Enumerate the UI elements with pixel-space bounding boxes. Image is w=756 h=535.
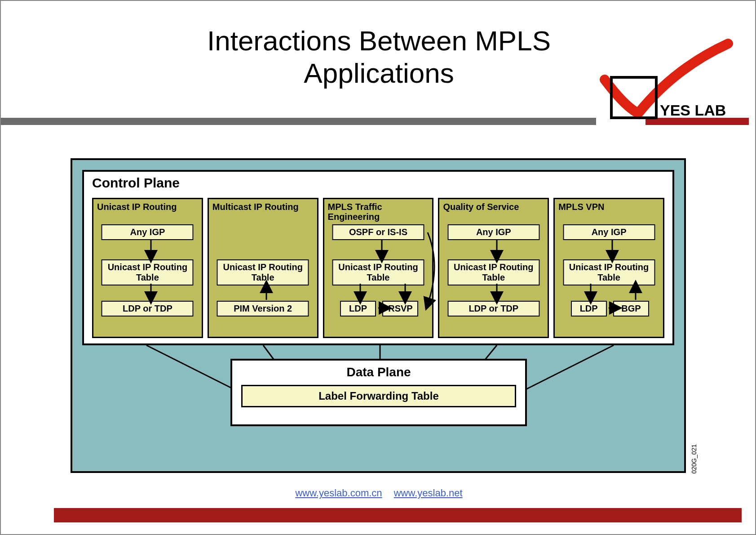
col-multicast-ip-routing: Multicast IP Routing Unicast IP Routing … bbox=[208, 198, 318, 338]
box-pim-v2: PIM Version 2 bbox=[217, 301, 309, 317]
title-underline-gray bbox=[1, 118, 596, 125]
control-plane-box: Control Plane Unicast IP Routing Any IGP… bbox=[82, 170, 674, 345]
box-any-igp: Any IGP bbox=[102, 224, 194, 240]
col-title: Unicast IP Routing bbox=[97, 202, 198, 224]
footer-red-bar bbox=[54, 508, 742, 522]
box-routing-table: Unicast IP Routing Table bbox=[563, 259, 655, 285]
box-ldp-or-tdp: LDP or TDP bbox=[447, 301, 539, 317]
box-bgp: BGP bbox=[613, 301, 649, 317]
data-plane-box: Data Plane Label Forwarding Table bbox=[230, 359, 527, 426]
label-forwarding-table: Label Forwarding Table bbox=[241, 385, 516, 407]
slide: Interactions Between MPLS Applications Y… bbox=[0, 0, 756, 535]
logo-text: YES LAB bbox=[660, 102, 726, 119]
data-plane-title: Data Plane bbox=[232, 365, 525, 379]
box-ospf-or-isis: OSPF or IS-IS bbox=[332, 224, 424, 240]
col-unicast-ip-routing: Unicast IP Routing Any IGP Unicast IP Ro… bbox=[92, 198, 203, 338]
yeslab-logo: YES LAB bbox=[584, 37, 737, 122]
col-mpls-te: MPLS Traffic Engineering OSPF or IS-IS U… bbox=[323, 198, 434, 338]
box-routing-table: Unicast IP Routing Table bbox=[102, 259, 194, 285]
col-title: Multicast IP Routing bbox=[212, 202, 314, 224]
control-plane-title: Control Plane bbox=[92, 175, 180, 191]
footer-link-1[interactable]: www.yeslab.com.cn bbox=[295, 487, 382, 499]
footer-link-2[interactable]: www.yeslab.net bbox=[394, 487, 463, 499]
box-routing-table: Unicast IP Routing Table bbox=[447, 259, 539, 285]
title-line-1: Interactions Between MPLS bbox=[207, 25, 551, 56]
col-mpls-vpn: MPLS VPN Any IGP Unicast IP Routing Tabl… bbox=[553, 198, 664, 338]
col-title: Quality of Service bbox=[443, 202, 544, 224]
footer-links: www.yeslab.com.cn www.yeslab.net bbox=[1, 487, 756, 499]
col-title: MPLS VPN bbox=[558, 202, 659, 224]
box-any-igp: Any IGP bbox=[447, 224, 539, 240]
col-title: MPLS Traffic Engineering bbox=[328, 202, 429, 224]
box-routing-table: Unicast IP Routing Table bbox=[217, 259, 309, 285]
control-plane-columns: Unicast IP Routing Any IGP Unicast IP Ro… bbox=[92, 198, 664, 338]
image-reference-id: 020G_021 bbox=[690, 444, 698, 473]
box-any-igp: Any IGP bbox=[563, 224, 655, 240]
box-ldp: LDP bbox=[571, 301, 607, 317]
box-routing-table: Unicast IP Routing Table bbox=[332, 259, 424, 285]
col-qos: Quality of Service Any IGP Unicast IP Ro… bbox=[438, 198, 549, 338]
box-rsvp: RSVP bbox=[382, 301, 418, 317]
diagram-container: Control Plane Unicast IP Routing Any IGP… bbox=[71, 158, 686, 473]
box-ldp-or-tdp: LDP or TDP bbox=[102, 301, 194, 317]
box-ldp: LDP bbox=[340, 301, 376, 317]
